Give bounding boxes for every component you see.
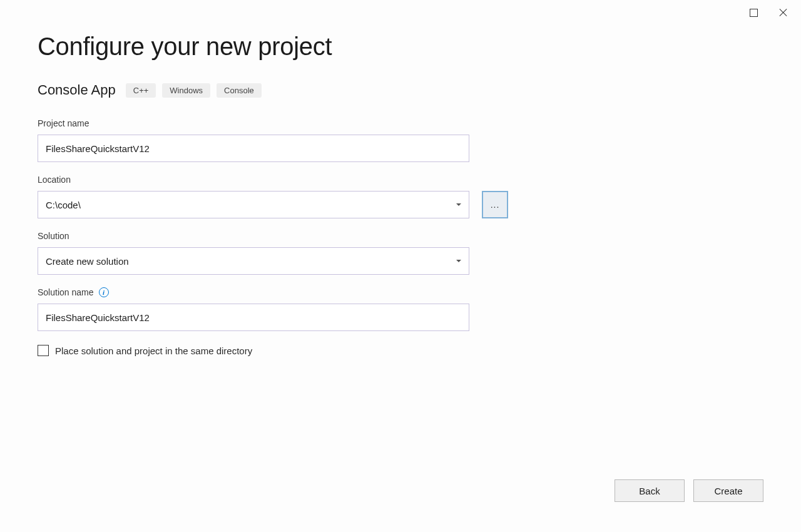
project-name-input[interactable]	[38, 135, 469, 162]
chevron-down-icon	[456, 203, 461, 206]
location-value: C:\code\	[46, 200, 81, 210]
template-tags: C++ Windows Console	[126, 83, 262, 98]
close-icon	[779, 8, 788, 17]
template-header: Console App C++ Windows Console	[38, 82, 763, 98]
same-directory-label: Place solution and project in the same d…	[55, 345, 252, 356]
tag-windows: Windows	[162, 83, 210, 98]
browse-button[interactable]: ...	[482, 191, 508, 218]
solution-label: Solution	[38, 231, 763, 241]
info-icon[interactable]: i	[99, 287, 109, 297]
solution-name-label: Solution name	[38, 287, 94, 297]
location-combobox[interactable]: C:\code\	[38, 191, 469, 218]
back-button[interactable]: Back	[615, 479, 685, 502]
project-name-label: Project name	[38, 118, 763, 128]
same-directory-checkbox[interactable]	[38, 345, 49, 356]
solution-name-input[interactable]	[38, 304, 469, 331]
create-button[interactable]: Create	[693, 479, 763, 502]
tag-cpp: C++	[126, 83, 156, 98]
tag-console: Console	[217, 83, 262, 98]
template-name: Console App	[38, 82, 116, 98]
maximize-button[interactable]	[748, 8, 758, 18]
solution-combobox[interactable]: Create new solution	[38, 247, 469, 275]
chevron-down-icon	[456, 260, 461, 262]
page-title: Configure your new project	[38, 33, 763, 61]
solution-value: Create new solution	[46, 256, 129, 267]
location-label: Location	[38, 175, 763, 185]
maximize-icon	[750, 9, 758, 17]
close-button[interactable]	[778, 8, 788, 18]
